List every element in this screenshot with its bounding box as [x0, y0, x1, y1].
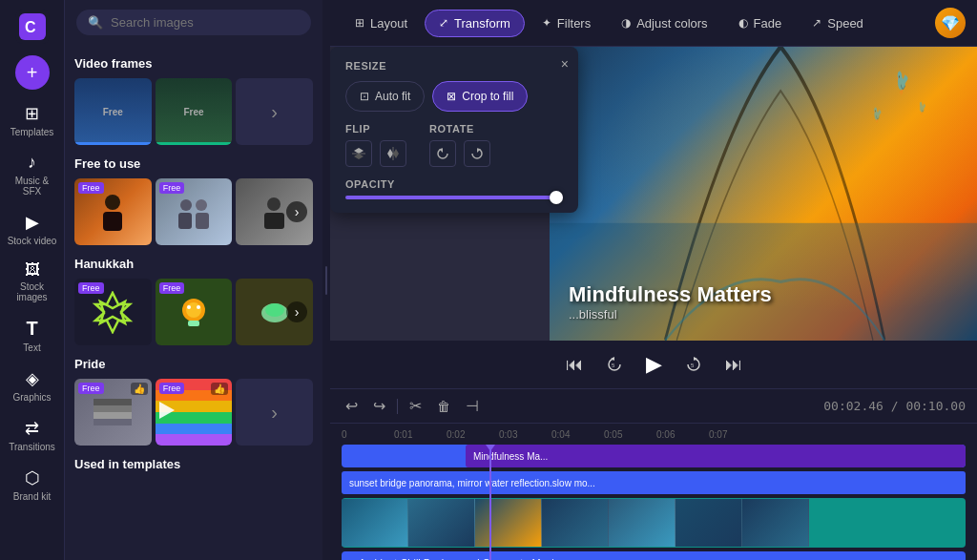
list-item[interactable]: Free	[74, 178, 152, 245]
track-subtitle-clip[interactable]: sunset bridge panorama, mirror water ref…	[342, 471, 966, 494]
opacity-slider[interactable]	[345, 196, 563, 199]
flip-vertical-button[interactable]	[345, 140, 372, 167]
forward-button[interactable]: 5	[681, 352, 706, 377]
split-button[interactable]: ⊣	[462, 395, 483, 417]
list-item[interactable]: Free	[156, 178, 233, 245]
list-item-next[interactable]: ›	[236, 78, 313, 145]
list-item[interactable]: Free	[74, 279, 152, 345]
upgrade-badge[interactable]: 💎	[935, 8, 966, 38]
rotate-right-button[interactable]	[464, 140, 490, 167]
skip-forward-button[interactable]: ⏭	[721, 351, 746, 379]
next-icon: ›	[295, 204, 300, 219]
track-row-music: ♪ Ambient Chill Background Corporate Mus…	[342, 551, 966, 560]
list-item[interactable]: Free 👍	[156, 379, 233, 446]
tab-label: Filters	[557, 16, 591, 31]
flip-label: FLIP	[345, 123, 406, 135]
track-row-video	[342, 498, 966, 548]
next-icon: ›	[271, 101, 278, 123]
crop-to-fill-button[interactable]: ⊠ Crop to fill	[432, 81, 528, 112]
rotate-label: ROTATE	[429, 123, 490, 135]
list-item-next[interactable]: ›	[236, 379, 313, 446]
tab-label: Adjust colors	[636, 16, 707, 31]
sidebar-item-templates[interactable]: ⊞ Templates	[4, 97, 61, 143]
app-logo[interactable]: C	[15, 10, 50, 44]
rotate-left-button[interactable]	[429, 140, 456, 167]
section-title-free-to-use: Free to use	[74, 156, 313, 171]
next-icon: ›	[295, 304, 300, 320]
play-button[interactable]: ▶	[642, 348, 666, 381]
search-input-wrap[interactable]: 🔍	[76, 10, 311, 35]
tracks-container: Mindfulness Ma... sunset bridge panorama…	[342, 445, 966, 560]
thumb-grid-pride: Free 👍 Free 👍	[74, 379, 313, 446]
text-icon: T	[26, 318, 37, 340]
track-subtitle[interactable]: sunset bridge panorama, mirror water ref…	[342, 471, 966, 494]
playback-controls: ⏮ 5 ▶ 5 ⏭	[330, 341, 977, 388]
track-video[interactable]	[342, 498, 966, 548]
section-title-used-in-templates: Used in templates	[74, 457, 313, 471]
sidebar-item-stock-video[interactable]: ▶ Stock video	[4, 206, 61, 252]
video-thumb-1	[342, 499, 408, 547]
top-tabs: ⊞ Layout ⤢ Transform ✦ Filters ◑ Adjust …	[330, 0, 977, 47]
tab-filters[interactable]: ✦ Filters	[529, 10, 604, 36]
sidebar-item-transitions[interactable]: ⇄ Transitions	[4, 412, 61, 458]
track-title[interactable]: Mindfulness Ma...	[342, 445, 966, 467]
ruler-mark-5: 0:05	[604, 429, 622, 440]
timeline: ↩ ↪ ✂ 🗑 ⊣ 00:02.46 / 00:10.00 0 0:01 0:0…	[330, 388, 977, 560]
add-button[interactable]: +	[15, 55, 50, 90]
video-subtitle: ...blissful	[569, 307, 958, 321]
redo-button[interactable]: ↪	[369, 395, 389, 417]
tab-layout[interactable]: ⊞ Layout	[342, 10, 421, 36]
list-item[interactable]: Free 👍	[74, 379, 152, 446]
svg-point-16	[197, 305, 200, 309]
sidebar-item-graphics[interactable]: ◈ Graphics	[4, 363, 61, 408]
toolbar-divider	[397, 399, 398, 414]
delete-button[interactable]: 🗑	[433, 397, 454, 416]
rotate-icons	[429, 140, 490, 167]
filters-icon: ✦	[542, 16, 551, 30]
transform-icon: ⤢	[439, 16, 448, 30]
sidebar-item-text[interactable]: T Text	[4, 312, 61, 359]
panel-separator[interactable]	[322, 0, 330, 560]
list-item[interactable]: Free	[156, 279, 233, 345]
undo-button[interactable]: ↩	[342, 395, 362, 417]
svg-rect-3	[103, 212, 122, 231]
opacity-thumb[interactable]	[550, 191, 563, 204]
cut-button[interactable]: ✂	[405, 395, 426, 417]
music-note-icon: ♪	[349, 556, 355, 560]
skip-back-button[interactable]: ⏮	[562, 351, 587, 379]
sidebar-item-music[interactable]: ♪ Music & SFX	[4, 147, 61, 202]
track-music[interactable]: ♪ Ambient Chill Background Corporate Mus…	[342, 551, 966, 560]
timeline-body: 0 0:01 0:02 0:03 0:04 0:05 0:06 0:07	[330, 424, 977, 560]
svg-point-8	[267, 197, 281, 211]
sidebar-item-brand-kit[interactable]: ⬡ Brand kit	[4, 462, 61, 508]
rewind-button[interactable]: 5	[602, 352, 627, 377]
svg-point-2	[105, 195, 120, 210]
flip-group: FLIP	[345, 123, 406, 167]
auto-fit-button[interactable]: ⊡ Auto fit	[345, 81, 425, 112]
list-item-next[interactable]: ›	[236, 178, 313, 245]
section-title-pride: Pride	[74, 357, 313, 371]
svg-rect-14	[188, 321, 199, 326]
music-icon: ♪	[28, 153, 36, 173]
sidebar-item-stock-images[interactable]: 🖼 Stock images	[4, 256, 61, 308]
svg-marker-23	[159, 402, 175, 419]
track-title-clip[interactable]: Mindfulness Ma...	[466, 445, 966, 467]
list-item[interactable]: Free	[156, 78, 233, 145]
svg-rect-7	[196, 213, 209, 229]
tab-adjust-colors[interactable]: ◑ Adjust colors	[608, 10, 720, 36]
track-title-label: Mindfulness Ma...	[473, 451, 548, 462]
close-button[interactable]: ×	[561, 56, 569, 72]
transitions-icon: ⇄	[25, 418, 39, 439]
tab-transform[interactable]: ⤢ Transform	[425, 10, 525, 37]
search-input[interactable]	[111, 15, 300, 30]
opacity-row: OPACITY	[345, 178, 563, 199]
list-item-next[interactable]: ›	[236, 279, 313, 345]
free-badge: Free	[159, 383, 185, 394]
tab-speed[interactable]: ↗ Speed	[799, 10, 877, 36]
flip-horizontal-button[interactable]	[380, 140, 406, 167]
video-thumb-6	[676, 499, 742, 547]
fade-icon: ◐	[738, 16, 748, 30]
ruler-mark-4: 0:04	[551, 429, 570, 440]
list-item[interactable]: Free	[74, 78, 152, 145]
tab-fade[interactable]: ◐ Fade	[725, 10, 796, 36]
